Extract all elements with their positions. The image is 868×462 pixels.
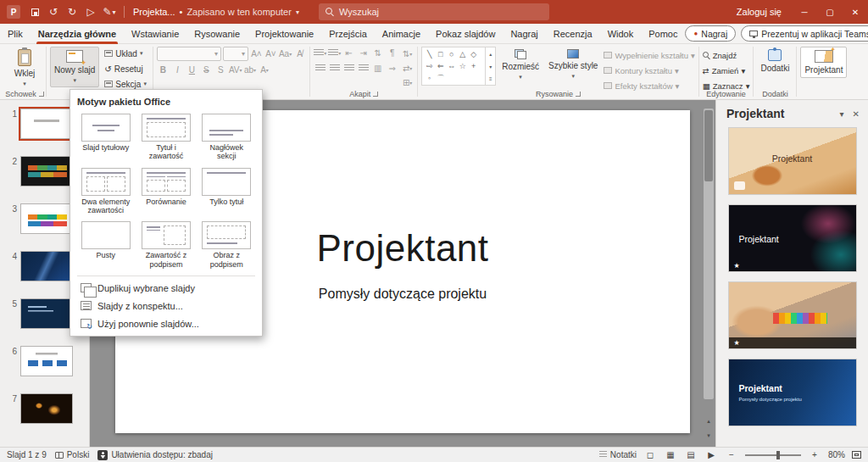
accessibility-button[interactable]: Ułatwienia dostępu: zbadaj bbox=[97, 450, 213, 460]
shape-fill-button[interactable]: Wypełnienie kształtu▾ bbox=[604, 48, 694, 62]
text-direction-button[interactable]: ¶ bbox=[386, 47, 398, 59]
clear-formatting-button[interactable]: A̸ bbox=[293, 47, 306, 60]
design-suggestion-3[interactable]: ★ bbox=[728, 281, 857, 349]
layout-option-two-content[interactable]: Dwa elementy zawartości bbox=[77, 166, 134, 217]
reading-view-button[interactable]: ▤ bbox=[684, 450, 698, 459]
dialog-launcher-icon[interactable] bbox=[373, 92, 378, 97]
slide-thumbnail-3[interactable] bbox=[20, 203, 73, 234]
close-button[interactable]: ✕ bbox=[843, 0, 868, 24]
design-suggestion-4[interactable]: Projektant Pomysły dotyczące projektu bbox=[728, 359, 857, 426]
previous-slide-button[interactable]: ▴ bbox=[703, 415, 715, 427]
slide-thumbnail-1[interactable] bbox=[20, 109, 73, 139]
shape-diamond-button[interactable]: ◇ bbox=[468, 48, 479, 60]
change-case-button[interactable]: Aa▾ bbox=[279, 47, 292, 60]
increase-font-size-button[interactable]: A˄ bbox=[250, 47, 263, 60]
reset-button[interactable]: ↺Resetuj bbox=[102, 62, 149, 75]
increase-indent-button[interactable]: ⇥ bbox=[357, 47, 370, 59]
zoom-level[interactable]: 80% bbox=[828, 450, 845, 459]
align-center-button[interactable] bbox=[328, 62, 341, 75]
reuse-slides-menu-item[interactable]: Użyj ponownie slajdów... bbox=[77, 314, 255, 332]
undo-button[interactable]: ↺ bbox=[44, 0, 63, 24]
quick-styles-button[interactable]: Szybkie style ▾ bbox=[545, 47, 601, 82]
shape-arrow-left-button[interactable]: ⇐ bbox=[435, 60, 446, 72]
italic-button[interactable]: I bbox=[171, 64, 184, 76]
justify-button[interactable] bbox=[357, 62, 370, 75]
shape-double-arrow-button[interactable]: ⇔ bbox=[446, 60, 457, 72]
tab-nagraj[interactable]: Nagraj bbox=[503, 24, 545, 44]
shape-star-button[interactable]: ☆ bbox=[457, 60, 468, 72]
shape-ellipse-button[interactable]: ○ bbox=[446, 48, 457, 60]
shape-triangle-button[interactable]: △ bbox=[457, 48, 468, 60]
vertical-scrollbar[interactable] bbox=[704, 109, 714, 399]
save-button[interactable] bbox=[25, 0, 44, 24]
tab-pokaz-slajdow[interactable]: Pokaz slajdów bbox=[428, 24, 503, 44]
smartart-button[interactable]: ⇒ bbox=[386, 62, 398, 75]
bold-button[interactable]: B bbox=[157, 64, 170, 76]
sign-in-button[interactable]: Zaloguj się bbox=[726, 7, 792, 17]
zoom-in-button[interactable]: + bbox=[808, 450, 821, 459]
tab-przejscia[interactable]: Przejścia bbox=[321, 24, 375, 44]
tab-narzedzia-glowne[interactable]: Narzędzia główne bbox=[31, 24, 124, 44]
layout-button[interactable]: Układ▾ bbox=[102, 47, 149, 60]
line-spacing-button[interactable]: ⇅ bbox=[371, 47, 384, 59]
shape-arrow-right-button[interactable]: ⇨ bbox=[424, 60, 435, 72]
arrange-button[interactable]: Rozmieść ▾ bbox=[498, 47, 542, 83]
convert-smartart-button[interactable]: ⊞▾ bbox=[401, 76, 414, 89]
layout-option-title-content[interactable]: Tytuł i zawartość bbox=[137, 112, 194, 163]
slide-thumbnail-6[interactable] bbox=[20, 346, 73, 376]
slide-thumbnail-7[interactable] bbox=[20, 393, 73, 424]
design-suggestion-1[interactable]: Projektant bbox=[728, 127, 857, 195]
shapes-scroll-up-button[interactable]: ▴ bbox=[486, 47, 495, 60]
tab-rysowanie[interactable]: Rysowanie bbox=[186, 24, 248, 44]
tab-pomoc[interactable]: Pomoc bbox=[641, 24, 685, 44]
font-color-button[interactable]: A▾ bbox=[259, 64, 271, 76]
shape-rectangle-button[interactable]: □ bbox=[435, 48, 446, 60]
layout-option-title-only[interactable]: Tylko tytuł bbox=[198, 166, 255, 217]
character-spacing-button[interactable]: AV▾ bbox=[229, 64, 242, 76]
normal-view-button[interactable]: ◻ bbox=[643, 450, 657, 459]
slides-from-outline-menu-item[interactable]: Slajdy z konspektu... bbox=[77, 297, 255, 314]
replace-button[interactable]: ⇄Zamień▾ bbox=[703, 64, 750, 77]
dialog-launcher-icon[interactable] bbox=[39, 92, 44, 97]
designer-close-button[interactable]: ✕ bbox=[853, 109, 860, 119]
designer-collapse-button[interactable]: ▾ bbox=[840, 109, 844, 119]
slide-sorter-view-button[interactable]: ▦ bbox=[664, 450, 677, 459]
tab-wstawianie[interactable]: Wstawianie bbox=[124, 24, 186, 44]
text-shadow-button[interactable]: S bbox=[214, 64, 227, 76]
language-button[interactable]: Polski bbox=[55, 450, 90, 459]
slide-thumbnail-2[interactable] bbox=[20, 156, 73, 186]
font-name-select[interactable]: ▾ bbox=[157, 47, 221, 61]
layout-option-blank[interactable]: Pusty bbox=[77, 220, 134, 270]
redo-button[interactable]: ↻ bbox=[63, 0, 81, 24]
layout-option-picture-caption[interactable]: Obraz z podpisem bbox=[198, 220, 255, 270]
shape-outline-button[interactable]: Kontury kształtu▾ bbox=[604, 64, 694, 77]
decrease-font-size-button[interactable]: A˅ bbox=[264, 47, 277, 60]
find-button[interactable]: Znajdź bbox=[703, 48, 750, 62]
shapes-more-button[interactable]: ≡ bbox=[486, 72, 495, 85]
duplicate-slides-menu-item[interactable]: Duplikuj wybrane slajdy bbox=[77, 279, 255, 297]
align-right-button[interactable] bbox=[342, 62, 355, 75]
start-slideshow-button[interactable]: ▷ bbox=[81, 0, 100, 24]
text-direction-menu-button[interactable]: ⇄▾ bbox=[401, 62, 414, 75]
tab-animacje[interactable]: Animacje bbox=[375, 24, 428, 44]
slide-thumbnail-4[interactable] bbox=[20, 251, 73, 281]
layout-option-title-slide[interactable]: Slajd tytułowy bbox=[77, 112, 134, 163]
layout-option-comparison[interactable]: Porównanie bbox=[137, 166, 194, 217]
record-button[interactable]: ● Nagraj bbox=[685, 25, 736, 42]
underline-button[interactable]: U bbox=[186, 64, 198, 76]
shape-circle-small-button[interactable]: ◦ bbox=[424, 72, 435, 84]
zoom-out-button[interactable]: − bbox=[725, 450, 738, 459]
columns-button[interactable]: ▥ bbox=[371, 62, 384, 75]
align-text-button[interactable]: ⇅▾ bbox=[401, 47, 414, 60]
save-status[interactable]: Zapisano w ten komputer bbox=[186, 7, 292, 17]
tab-recenzja[interactable]: Recenzja bbox=[546, 24, 600, 44]
dialog-launcher-icon[interactable] bbox=[576, 92, 581, 97]
shapes-scroll-down-button[interactable]: ▾ bbox=[486, 60, 495, 73]
tab-projektowanie[interactable]: Projektowanie bbox=[248, 24, 321, 44]
zoom-slider[interactable] bbox=[745, 454, 801, 456]
maximize-button[interactable]: ▢ bbox=[817, 0, 843, 24]
search-input[interactable]: Wyszukaj bbox=[319, 3, 549, 20]
layout-option-content-caption[interactable]: Zawartość z podpisem bbox=[137, 220, 194, 270]
slide-thumbnail-5[interactable] bbox=[20, 298, 73, 329]
highlight-color-button[interactable]: ab▾ bbox=[244, 64, 257, 76]
